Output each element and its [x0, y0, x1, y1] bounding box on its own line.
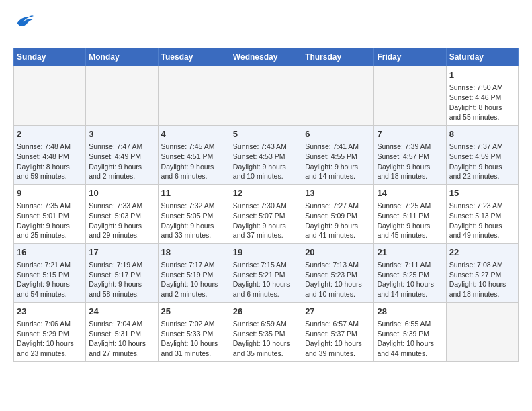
day-number: 26 — [233, 306, 299, 318]
day-number: 28 — [377, 306, 443, 318]
day-number: 10 — [89, 187, 154, 199]
day-number: 19 — [233, 246, 299, 259]
weekday-header: Tuesday — [158, 48, 230, 66]
weekday-header: Thursday — [302, 48, 374, 66]
day-number: 1 — [449, 69, 515, 81]
day-number: 11 — [161, 187, 227, 199]
calendar-cell: 18Sunrise: 7:17 AM Sunset: 5:19 PM Dayli… — [158, 243, 230, 302]
day-number: 21 — [377, 246, 443, 259]
weekday-header: Wednesday — [230, 48, 302, 66]
calendar-cell: 16Sunrise: 7:21 AM Sunset: 5:15 PM Dayli… — [14, 243, 86, 302]
calendar-cell: 23Sunrise: 7:06 AM Sunset: 5:29 PM Dayli… — [14, 302, 86, 361]
day-info: Sunrise: 7:27 AM Sunset: 5:09 PM Dayligh… — [305, 201, 371, 240]
day-number: 12 — [233, 187, 299, 199]
day-info: Sunrise: 6:59 AM Sunset: 5:35 PM Dayligh… — [233, 319, 299, 359]
day-info: Sunrise: 7:08 AM Sunset: 5:27 PM Dayligh… — [449, 260, 515, 300]
day-info: Sunrise: 6:57 AM Sunset: 5:37 PM Dayligh… — [305, 319, 371, 359]
day-info: Sunrise: 7:23 AM Sunset: 5:13 PM Dayligh… — [449, 201, 515, 240]
page-header — [13, 13, 519, 41]
calendar-cell: 10Sunrise: 7:33 AM Sunset: 5:03 PM Dayli… — [86, 184, 158, 243]
day-info: Sunrise: 7:47 AM Sunset: 4:49 PM Dayligh… — [89, 142, 154, 181]
day-info: Sunrise: 7:06 AM Sunset: 5:29 PM Dayligh… — [17, 319, 83, 359]
day-number: 27 — [305, 306, 371, 318]
calendar-cell — [14, 66, 86, 126]
calendar-table: SundayMondayTuesdayWednesdayThursdayFrid… — [13, 48, 519, 362]
day-info: Sunrise: 7:17 AM Sunset: 5:19 PM Dayligh… — [161, 260, 227, 300]
day-number: 14 — [377, 187, 443, 199]
calendar-cell — [86, 66, 158, 126]
day-info: Sunrise: 7:32 AM Sunset: 5:05 PM Dayligh… — [161, 201, 227, 240]
day-info: Sunrise: 7:39 AM Sunset: 4:57 PM Dayligh… — [377, 142, 443, 181]
day-info: Sunrise: 7:50 AM Sunset: 4:46 PM Dayligh… — [449, 83, 515, 122]
day-info: Sunrise: 7:35 AM Sunset: 5:01 PM Dayligh… — [17, 201, 83, 240]
day-number: 17 — [89, 246, 154, 259]
calendar-cell: 9Sunrise: 7:35 AM Sunset: 5:01 PM Daylig… — [14, 184, 86, 243]
calendar-cell: 22Sunrise: 7:08 AM Sunset: 5:27 PM Dayli… — [446, 243, 518, 302]
day-info: Sunrise: 7:04 AM Sunset: 5:31 PM Dayligh… — [89, 319, 154, 359]
calendar-cell: 15Sunrise: 7:23 AM Sunset: 5:13 PM Dayli… — [446, 184, 518, 243]
calendar-cell: 12Sunrise: 7:30 AM Sunset: 5:07 PM Dayli… — [230, 184, 302, 243]
weekday-header: Sunday — [14, 48, 86, 66]
day-number: 24 — [89, 306, 154, 318]
day-info: Sunrise: 7:02 AM Sunset: 5:33 PM Dayligh… — [161, 319, 227, 359]
day-number: 23 — [17, 306, 83, 318]
day-number: 2 — [17, 128, 83, 140]
calendar-cell: 14Sunrise: 7:25 AM Sunset: 5:11 PM Dayli… — [374, 184, 446, 243]
calendar-cell: 6Sunrise: 7:41 AM Sunset: 4:55 PM Daylig… — [302, 126, 374, 185]
day-info: Sunrise: 7:33 AM Sunset: 5:03 PM Dayligh… — [89, 201, 154, 240]
calendar-cell: 7Sunrise: 7:39 AM Sunset: 4:57 PM Daylig… — [374, 126, 446, 185]
calendar-cell: 19Sunrise: 7:15 AM Sunset: 5:21 PM Dayli… — [230, 243, 302, 302]
calendar-cell: 8Sunrise: 7:37 AM Sunset: 4:59 PM Daylig… — [446, 126, 518, 185]
day-number: 15 — [449, 187, 515, 199]
day-info: Sunrise: 7:11 AM Sunset: 5:25 PM Dayligh… — [377, 260, 443, 300]
calendar-cell: 25Sunrise: 7:02 AM Sunset: 5:33 PM Dayli… — [158, 302, 230, 361]
day-number: 20 — [305, 246, 371, 259]
calendar-cell: 27Sunrise: 6:57 AM Sunset: 5:37 PM Dayli… — [302, 302, 374, 361]
calendar-cell — [158, 66, 230, 126]
day-number: 18 — [161, 246, 227, 259]
day-number: 3 — [89, 128, 154, 140]
calendar-cell: 2Sunrise: 7:48 AM Sunset: 4:48 PM Daylig… — [14, 126, 86, 185]
day-number: 5 — [233, 128, 299, 140]
day-number: 7 — [377, 128, 443, 140]
day-info: Sunrise: 7:30 AM Sunset: 5:07 PM Dayligh… — [233, 201, 299, 240]
weekday-header: Saturday — [446, 48, 518, 66]
calendar-cell — [374, 66, 446, 126]
day-number: 8 — [449, 128, 515, 140]
calendar-cell: 20Sunrise: 7:13 AM Sunset: 5:23 PM Dayli… — [302, 243, 374, 302]
day-info: Sunrise: 7:41 AM Sunset: 4:55 PM Dayligh… — [305, 142, 371, 181]
logo — [13, 13, 34, 41]
weekday-header: Friday — [374, 48, 446, 66]
calendar-cell: 26Sunrise: 6:59 AM Sunset: 5:35 PM Dayli… — [230, 302, 302, 361]
logo-icon — [15, 13, 34, 28]
calendar-cell: 24Sunrise: 7:04 AM Sunset: 5:31 PM Dayli… — [86, 302, 158, 361]
calendar-cell: 21Sunrise: 7:11 AM Sunset: 5:25 PM Dayli… — [374, 243, 446, 302]
day-number: 4 — [161, 128, 227, 140]
day-number: 25 — [161, 306, 227, 318]
calendar-cell — [446, 302, 518, 361]
calendar-cell: 1Sunrise: 7:50 AM Sunset: 4:46 PM Daylig… — [446, 66, 518, 126]
day-info: Sunrise: 7:21 AM Sunset: 5:15 PM Dayligh… — [17, 260, 83, 300]
weekday-header: Monday — [86, 48, 158, 66]
calendar-cell: 4Sunrise: 7:45 AM Sunset: 4:51 PM Daylig… — [158, 126, 230, 185]
calendar-cell: 3Sunrise: 7:47 AM Sunset: 4:49 PM Daylig… — [86, 126, 158, 185]
calendar-cell: 11Sunrise: 7:32 AM Sunset: 5:05 PM Dayli… — [158, 184, 230, 243]
day-info: Sunrise: 7:37 AM Sunset: 4:59 PM Dayligh… — [449, 142, 515, 181]
day-info: Sunrise: 6:55 AM Sunset: 5:39 PM Dayligh… — [377, 319, 443, 359]
day-info: Sunrise: 7:43 AM Sunset: 4:53 PM Dayligh… — [233, 142, 299, 181]
calendar-cell — [230, 66, 302, 126]
day-number: 13 — [305, 187, 371, 199]
day-info: Sunrise: 7:15 AM Sunset: 5:21 PM Dayligh… — [233, 260, 299, 300]
calendar-cell: 5Sunrise: 7:43 AM Sunset: 4:53 PM Daylig… — [230, 126, 302, 185]
day-info: Sunrise: 7:25 AM Sunset: 5:11 PM Dayligh… — [377, 201, 443, 240]
calendar-cell: 13Sunrise: 7:27 AM Sunset: 5:09 PM Dayli… — [302, 184, 374, 243]
calendar-cell: 28Sunrise: 6:55 AM Sunset: 5:39 PM Dayli… — [374, 302, 446, 361]
calendar-header-row: SundayMondayTuesdayWednesdayThursdayFrid… — [14, 48, 519, 66]
day-number: 22 — [449, 246, 515, 259]
day-info: Sunrise: 7:48 AM Sunset: 4:48 PM Dayligh… — [17, 142, 83, 181]
day-number: 16 — [17, 246, 83, 259]
day-number: 9 — [17, 187, 83, 199]
day-info: Sunrise: 7:19 AM Sunset: 5:17 PM Dayligh… — [89, 260, 154, 300]
calendar-cell: 17Sunrise: 7:19 AM Sunset: 5:17 PM Dayli… — [86, 243, 158, 302]
day-info: Sunrise: 7:45 AM Sunset: 4:51 PM Dayligh… — [161, 142, 227, 181]
